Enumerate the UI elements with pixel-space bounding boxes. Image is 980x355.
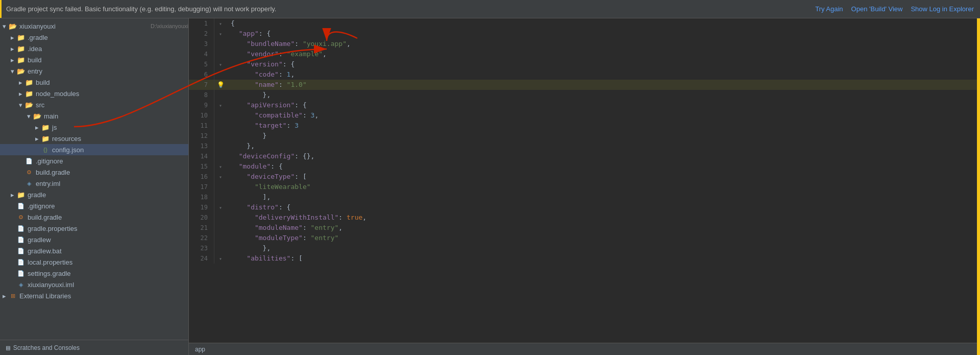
line-number: 20 (189, 212, 214, 223)
tree-arrow-closed[interactable] (16, 90, 24, 98)
tree-arrow-closed[interactable] (8, 56, 16, 64)
line-content[interactable]: }, (227, 243, 977, 253)
line-content[interactable]: "vendor": "example", (227, 49, 977, 59)
tree-item-node_modules[interactable]: 📁node_modules (0, 88, 188, 99)
line-content[interactable]: "name": "1.0" (227, 80, 977, 90)
line-content[interactable]: "deliveryWithInstall": true, (227, 212, 977, 223)
tree-arrow-closed[interactable] (0, 292, 8, 300)
line-gutter[interactable]: 💡 (214, 80, 227, 90)
fold-icon[interactable]: ▾ (219, 21, 222, 27)
tree-arrow-open[interactable] (8, 67, 16, 75)
token-bracket: [ (303, 173, 307, 180)
line-gutter[interactable]: ▾ (214, 253, 227, 264)
tree-item-gitignore-root[interactable]: 📄.gitignore (0, 200, 188, 211)
open-build-link[interactable]: Open 'Build' View (851, 5, 903, 13)
line-gutter[interactable]: ▾ (214, 29, 227, 39)
fold-icon[interactable]: ▾ (219, 31, 222, 37)
tree-item-external-libraries[interactable]: ⊞External Libraries (0, 290, 188, 301)
line-content[interactable]: } (227, 131, 977, 141)
token-key: "deliveryWithInstall" (255, 214, 338, 221)
tree-item-gradle[interactable]: 📁gradle (0, 189, 188, 200)
tree-item-config-json[interactable]: {}config.json (0, 144, 188, 155)
tree-item-label: entry (28, 67, 188, 75)
line-gutter[interactable]: ▾ (214, 100, 227, 110)
tree-item-local-properties[interactable]: 📄local.properties (0, 256, 188, 268)
line-content[interactable]: }, (227, 141, 977, 151)
line-content[interactable]: "moduleName": "entry", (227, 223, 977, 233)
tree-item-entry[interactable]: 📂entry (0, 65, 188, 77)
line-content[interactable]: "liteWearable" (227, 182, 977, 192)
line-number: 14 (189, 151, 214, 161)
try-again-link[interactable]: Try Again (815, 5, 843, 13)
tree-item-build-gradle-entry[interactable]: ⚙build.gradle (0, 167, 188, 178)
tree-item-src[interactable]: 📂src (0, 99, 188, 110)
tree-item-js[interactable]: 📁js (0, 122, 188, 133)
line-content[interactable]: "distro": { (227, 202, 977, 212)
line-gutter[interactable]: ▾ (214, 161, 227, 172)
line-gutter[interactable]: ▾ (214, 202, 227, 212)
token-brace: }, (247, 244, 271, 252)
tree-arrow-open[interactable] (16, 101, 24, 109)
line-gutter[interactable]: ▾ (214, 172, 227, 182)
token-brace: { (231, 19, 235, 27)
line-content[interactable]: "target": 3 (227, 121, 977, 131)
tree-item-idea[interactable]: 📁.idea (0, 43, 188, 54)
line-content[interactable]: "apiVersion": { (227, 100, 977, 110)
line-content[interactable]: "moduleType": "entry" (227, 233, 977, 243)
tree-item-gradle-hidden[interactable]: 📁.gradle (0, 32, 188, 43)
code-editor[interactable]: 1▾{2▾ "app": {3 "bundleName": "youxi.app… (189, 18, 977, 343)
tree-item-gitignore-entry[interactable]: 📄.gitignore (0, 155, 188, 167)
line-content[interactable]: "deviceConfig": {}, (227, 151, 977, 161)
tree-item-entry-build[interactable]: 📁build (0, 77, 188, 88)
fold-icon[interactable]: ▾ (219, 174, 222, 180)
scratches-consoles-bar[interactable]: ▤ Scratches and Consoles (0, 340, 188, 355)
line-content[interactable]: "abilities": [ (227, 253, 977, 264)
tree-item-resources[interactable]: 📁resources (0, 133, 188, 144)
fold-icon[interactable]: ▾ (219, 205, 222, 210)
tree-item-entry-iml[interactable]: ◈entry.iml (0, 178, 188, 189)
line-content[interactable]: { (227, 18, 977, 29)
fold-icon[interactable]: ▾ (219, 164, 222, 170)
token-brace: { (266, 30, 271, 37)
tree-arrow-closed[interactable] (8, 34, 16, 41)
line-content[interactable]: }, (227, 90, 977, 100)
tree-item-build-top[interactable]: 📁build (0, 54, 188, 65)
token-brace: { (287, 203, 291, 211)
line-number: 23 (189, 243, 214, 253)
tree-arrow-closed[interactable] (8, 45, 16, 53)
line-content[interactable]: "module": { (227, 161, 977, 172)
tree-item-settings-gradle[interactable]: 📄settings.gradle (0, 268, 188, 279)
token-key: "apiVersion" (247, 101, 295, 109)
line-gutter[interactable]: ▾ (214, 59, 227, 69)
line-content[interactable]: "deviceType": [ (227, 172, 977, 182)
tree-arrow-open[interactable] (0, 22, 8, 30)
line-content[interactable]: "app": { (227, 29, 977, 39)
bulb-icon[interactable]: 💡 (217, 81, 225, 88)
line-number: 15 (189, 161, 214, 172)
tree-arrow-closed[interactable] (33, 124, 41, 131)
tree-arrow-open[interactable] (24, 112, 33, 120)
fold-icon[interactable]: ▾ (219, 256, 222, 262)
tree-item-gradlew[interactable]: 📄gradlew (0, 234, 188, 245)
tree-arrow-closed[interactable] (8, 191, 16, 199)
show-log-link[interactable]: Show Log in Explorer (911, 5, 974, 13)
line-content[interactable]: "code": 1, (227, 69, 977, 80)
fold-icon[interactable]: ▾ (219, 103, 222, 108)
line-content[interactable]: "version": { (227, 59, 977, 69)
line-content[interactable]: "compatible": 3, (227, 110, 977, 121)
tree-item-main[interactable]: 📂main (0, 110, 188, 122)
tree-item-xiuxianyouxi-iml[interactable]: ◈xiuxianyouxi.iml (0, 279, 188, 290)
line-content[interactable]: "bundleName": "youxi.app", (227, 39, 977, 49)
line-gutter (214, 233, 227, 243)
tree-item-gradle-properties[interactable]: 📄gradle.properties (0, 223, 188, 234)
tree-item-root[interactable]: 📂xiuxianyouxiD:\xiuxianyouxi (0, 20, 188, 32)
line-content[interactable]: ], (227, 192, 977, 202)
token-comma: , (323, 50, 327, 58)
line-gutter[interactable]: ▾ (214, 18, 227, 29)
fold-icon[interactable]: ▾ (219, 62, 222, 67)
line-number: 12 (189, 131, 214, 141)
tree-arrow-closed[interactable] (33, 135, 41, 143)
tree-item-gradlew-bat[interactable]: 📄gradlew.bat (0, 245, 188, 256)
tree-item-build-gradle-root[interactable]: ⚙build.gradle (0, 211, 188, 223)
tree-arrow-closed[interactable] (16, 79, 24, 86)
